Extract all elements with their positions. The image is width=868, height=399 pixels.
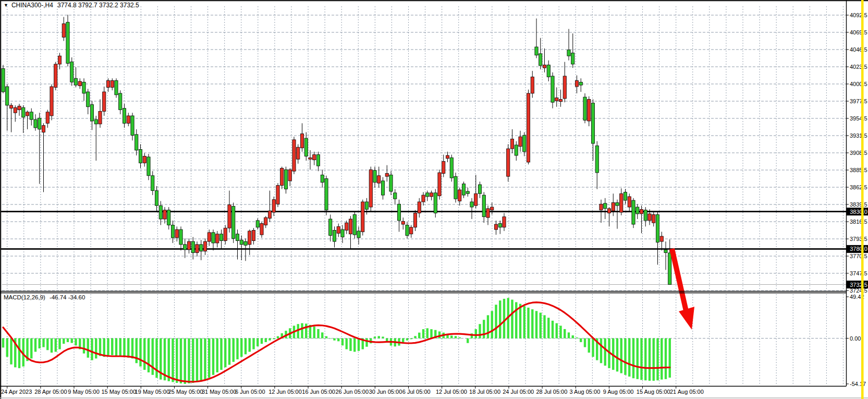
candle-body	[127, 116, 130, 123]
time-tick-label: 28 Jul 05:00	[536, 389, 567, 395]
price-badge: 3732.5	[847, 281, 868, 288]
candle-body	[345, 223, 348, 230]
candle-body	[58, 56, 61, 64]
candle-body	[38, 118, 41, 129]
candle-body	[426, 193, 429, 197]
candle-body	[628, 197, 631, 207]
candle-body	[632, 200, 635, 224]
candle-body	[510, 139, 514, 149]
candle-body	[297, 147, 300, 159]
time-tick-label: 3 Aug 05:00	[570, 389, 601, 395]
candle-body	[341, 229, 344, 237]
price-axis[interactable]: 4092.54069.54046.54023.54000.53977.53954…	[846, 12, 868, 387]
candle-body	[462, 184, 465, 196]
chart-canvas[interactable]: 4092.54069.54046.54023.54000.53977.53954…	[0, 0, 868, 399]
trend-arrow-annotation[interactable]	[672, 249, 694, 330]
candle-body	[264, 217, 267, 225]
candle-body	[9, 105, 13, 108]
symbol-dropdown-icon[interactable]: ▼	[4, 3, 8, 8]
horizontal-level-lines[interactable]	[0, 212, 846, 249]
candle-body	[66, 22, 69, 64]
candle-body	[135, 135, 138, 150]
candle-body	[636, 207, 639, 214]
time-tick-label: 18 Jul 05:00	[469, 389, 500, 395]
candle-body	[434, 193, 437, 213]
time-tick-label: 28 Apr 05:00	[34, 389, 67, 395]
candle-body	[418, 202, 421, 213]
candle-body	[579, 82, 582, 85]
candle-body	[507, 149, 510, 176]
candle-body	[406, 225, 409, 235]
candle-body	[240, 240, 243, 245]
candle-body	[139, 150, 142, 163]
candle-body	[99, 111, 102, 124]
candle-body	[62, 24, 65, 38]
candlestick-series	[2, 15, 671, 285]
candle-body	[26, 112, 29, 116]
price-tick-label: 3908.5	[850, 150, 867, 156]
candle-body	[519, 137, 522, 147]
price-badge-value: 3830.0	[850, 209, 867, 215]
candle-body	[503, 217, 506, 227]
candle-body	[284, 170, 287, 189]
candle-body	[309, 158, 312, 159]
candle-body	[236, 234, 239, 241]
candle-body	[458, 190, 461, 201]
candle-body	[527, 93, 530, 162]
candle-body	[551, 76, 554, 102]
candle-body	[620, 194, 623, 212]
window-edge-stripe	[861, 0, 864, 399]
macd-histogram	[3, 298, 670, 384]
candle-body	[171, 225, 174, 237]
candle-body	[446, 155, 449, 159]
time-tick-label: 30 Jun 05:00	[369, 389, 402, 395]
candle-body	[292, 140, 296, 171]
candle-body	[272, 200, 275, 212]
candle-body	[191, 241, 194, 253]
candle-body	[42, 126, 45, 132]
candle-body	[22, 107, 25, 117]
time-tick-label: 26 Jun 05:00	[336, 389, 369, 395]
macd-tick-label: -54.17	[850, 381, 866, 387]
price-tick-label: 4046.5	[850, 46, 867, 53]
candle-body	[46, 112, 49, 124]
candle-body	[349, 219, 352, 234]
candle-body	[321, 175, 324, 182]
candle-body	[2, 69, 5, 92]
candle-body	[361, 202, 364, 232]
candle-body	[531, 77, 534, 93]
candle-body	[644, 210, 647, 221]
candle-body	[212, 233, 215, 243]
candle-body	[90, 104, 93, 121]
time-tick-label: 31 May 05:00	[202, 389, 237, 395]
time-tick-label: 12 Jun 05:00	[268, 389, 302, 395]
candle-body	[268, 211, 271, 218]
candle-body	[143, 156, 146, 163]
candle-body	[648, 214, 651, 221]
candle-body	[353, 214, 356, 235]
candle-body	[207, 233, 211, 241]
candle-body	[34, 119, 37, 128]
candle-body	[74, 78, 77, 85]
candle-body	[103, 92, 106, 111]
candle-body	[588, 99, 591, 121]
candle-body	[660, 236, 663, 241]
candle-body	[94, 119, 97, 124]
candle-body	[280, 168, 284, 185]
candle-body	[373, 171, 376, 183]
price-tick-label: 4092.5	[850, 12, 867, 18]
candle-body	[106, 81, 109, 88]
candle-body	[438, 173, 441, 196]
candle-body	[70, 62, 74, 82]
price-tick-label: 3747.5	[850, 270, 867, 276]
time-axis[interactable]: 24 Apr 202328 Apr 05:009 May 05:0015 May…	[1, 386, 704, 395]
macd-values-label: -46.74 -34.60	[50, 294, 85, 300]
candle-body	[563, 76, 566, 99]
candle-body	[381, 181, 384, 195]
candle-body	[555, 98, 558, 101]
mt4-chart-window: 4092.54069.54046.54023.54000.53977.53954…	[0, 0, 868, 399]
price-badge-value: 3732.5	[850, 282, 867, 288]
candle-body	[442, 162, 445, 174]
candle-body	[151, 176, 154, 191]
time-tick-label: 21 Aug 05:00	[670, 389, 704, 395]
